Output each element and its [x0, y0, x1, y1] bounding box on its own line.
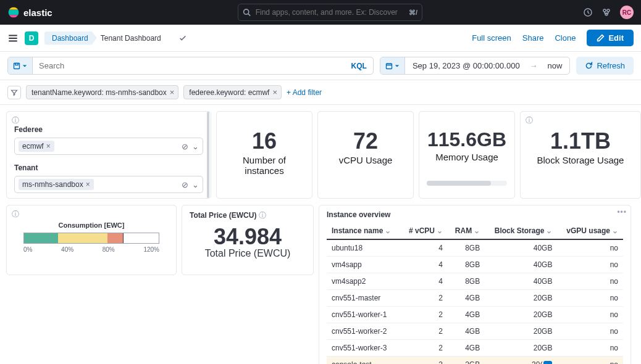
- bar-segment: [107, 233, 124, 243]
- cell-block: 40GB: [485, 273, 557, 290]
- date-picker[interactable]: Sep 19, 2023 @ 00:00:00.000 → now: [380, 57, 571, 75]
- filter-options-button[interactable]: [7, 86, 21, 99]
- add-filter-button[interactable]: + Add filter: [287, 88, 322, 97]
- table-row[interactable]: ubuntu1848GB40GBno: [327, 239, 623, 257]
- arrow-right-icon: →: [530, 61, 538, 70]
- refresh-button[interactable]: Refresh: [576, 57, 634, 75]
- cell-vcpu: 4: [401, 239, 448, 257]
- filter-chip-federee[interactable]: federee.keyword: ecmwf ×: [183, 85, 282, 99]
- cell-ram: 4GB: [448, 340, 485, 357]
- breadcrumb: Dashboard Tenant Dashboard: [44, 31, 170, 45]
- bar-chart-track: [23, 233, 159, 244]
- cell-vcpu: 2: [401, 290, 448, 307]
- clear-icon[interactable]: ⊘: [182, 142, 188, 151]
- breadcrumb-item-current[interactable]: Tenant Dashboard: [93, 31, 170, 45]
- col-header-vcpu[interactable]: # vCPU⌄: [401, 223, 448, 239]
- col-header-block[interactable]: Block Storage⌄: [485, 223, 557, 239]
- metric-value: 72: [325, 129, 406, 154]
- cell-block: 20GB: [485, 290, 557, 307]
- saved-query-button[interactable]: [8, 57, 33, 74]
- table-row[interactable]: console-test22GB30(no: [327, 357, 623, 365]
- breadcrumb-item-dashboard[interactable]: Dashboard: [44, 31, 97, 45]
- global-search[interactable]: ⌘/: [238, 4, 422, 21]
- kql-search-input[interactable]: [33, 57, 345, 74]
- cell-ram: 8GB: [448, 257, 485, 273]
- table-row[interactable]: cnv551-master24GB20GBno: [327, 290, 623, 307]
- cell-vgpu: no: [557, 357, 623, 365]
- info-icon[interactable]: ⓘ: [12, 209, 19, 220]
- integrations-icon[interactable]: [601, 7, 611, 17]
- cell-name: ubuntu18: [327, 239, 401, 257]
- status-badge: [543, 361, 552, 364]
- col-label: Instance name: [332, 226, 383, 235]
- clone-link[interactable]: Clone: [555, 33, 576, 43]
- svg-rect-10: [15, 63, 19, 65]
- clear-icon[interactable]: ⊘: [182, 180, 188, 189]
- panel-options-icon[interactable]: •••: [617, 208, 627, 217]
- user-avatar[interactable]: RC: [620, 6, 634, 19]
- close-icon[interactable]: ×: [272, 88, 277, 97]
- table-row[interactable]: cnv551-worker-324GB20GBno: [327, 340, 623, 357]
- brand-logo[interactable]: elastic: [7, 6, 52, 19]
- edit-button[interactable]: Edit: [587, 30, 634, 46]
- newsfeed-icon[interactable]: [583, 7, 593, 17]
- cell-name: cnv551-worker-3: [327, 340, 401, 357]
- dashboard-grid-row2: ⓘ Consumption [EWC] 0% 40% 80% 120% Tota…: [0, 205, 641, 364]
- panel-title: Instance overview: [327, 210, 623, 219]
- app-badge[interactable]: D: [25, 31, 38, 45]
- panel-title-text: Total Price (EWCU): [190, 211, 256, 220]
- fullscreen-link[interactable]: Full screen: [472, 33, 511, 43]
- cell-ram: 4GB: [448, 290, 485, 307]
- date-range-display[interactable]: Sep 19, 2023 @ 00:00:00.000 → now: [405, 57, 570, 74]
- cell-block: 20GB: [485, 340, 557, 357]
- metric-label: Block Storage Usage: [528, 155, 633, 165]
- selected-pill: ecmwf ×: [19, 141, 54, 152]
- close-icon[interactable]: ×: [86, 180, 90, 189]
- table-row[interactable]: cnv551-worker-124GB20GBno: [327, 307, 623, 323]
- control-federee: Federee ecmwf × ⊘ ⌄: [14, 125, 203, 155]
- info-icon[interactable]: ⓘ: [259, 211, 266, 220]
- close-icon[interactable]: ×: [46, 142, 51, 151]
- table-row[interactable]: vm4sapp48GB40GBno: [327, 257, 623, 273]
- col-label: Block Storage: [495, 226, 545, 235]
- filter-bar: tenantName.keyword: ms-nmhs-sandbox × fe…: [0, 80, 641, 105]
- chevron-down-icon[interactable]: ⌄: [192, 180, 199, 189]
- close-icon[interactable]: ×: [170, 88, 175, 97]
- calendar-button[interactable]: [380, 57, 405, 74]
- col-header-name[interactable]: Instance name⌄: [327, 223, 401, 239]
- control-actions: ⊘ ⌄: [182, 180, 199, 189]
- chevron-down-icon: [395, 64, 400, 68]
- col-header-ram[interactable]: RAM⌄: [448, 223, 485, 239]
- axis-tick: 0%: [23, 246, 32, 253]
- control-actions: ⊘ ⌄: [182, 142, 199, 151]
- chevron-down-icon[interactable]: ⌄: [192, 142, 199, 151]
- scrollbar[interactable]: [207, 112, 209, 198]
- table-row[interactable]: cnv551-worker-224GB20GBno: [327, 323, 623, 340]
- col-header-vgpu[interactable]: vGPU usage⌄: [557, 223, 623, 239]
- global-search-input[interactable]: [238, 4, 422, 21]
- cell-vgpu: no: [557, 257, 623, 273]
- svg-point-4: [607, 9, 610, 12]
- price-value: 34.984: [190, 226, 306, 248]
- cell-vgpu: no: [557, 290, 623, 307]
- table-scroller[interactable]: Instance name⌄ # vCPU⌄ RAM⌄ Block Storag…: [327, 223, 623, 364]
- filter-icon: [10, 89, 18, 96]
- cell-block: 20GB: [485, 307, 557, 323]
- panel-metric-memory: 115.6GB Memory Usage: [419, 111, 515, 199]
- panel-metric-storage: ⓘ 1.1TB Block Storage Usage: [520, 111, 641, 199]
- table-row[interactable]: vm4sapp248GB40GBno: [327, 273, 623, 290]
- control-tenant-input[interactable]: ms-nmhs-sandbox × ⊘ ⌄: [14, 176, 203, 193]
- kql-language-button[interactable]: KQL: [345, 57, 373, 74]
- svg-rect-11: [386, 64, 392, 68]
- scrollbar[interactable]: [427, 181, 507, 186]
- control-federee-input[interactable]: ecmwf × ⊘ ⌄: [14, 138, 203, 155]
- share-link[interactable]: Share: [522, 33, 544, 43]
- filter-chip-tenant[interactable]: tenantName.keyword: ms-nmhs-sandbox ×: [26, 85, 178, 99]
- bar-segment: [58, 233, 108, 243]
- info-icon[interactable]: ⓘ: [12, 115, 19, 126]
- info-icon[interactable]: ⓘ: [526, 115, 533, 126]
- nav-toggle-icon[interactable]: [7, 33, 19, 44]
- cell-block: 40GB: [485, 239, 557, 257]
- cell-name: cnv551-worker-1: [327, 307, 401, 323]
- metric-label: Number of instances: [224, 155, 304, 176]
